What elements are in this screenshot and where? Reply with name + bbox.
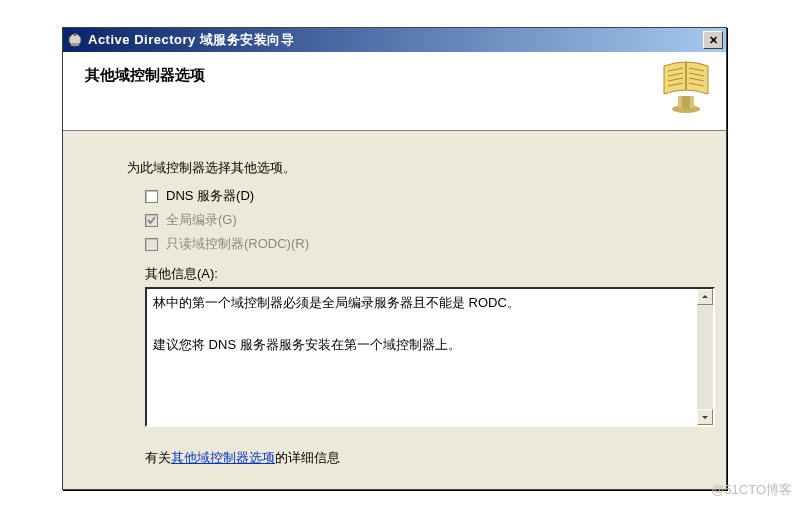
option-gc: 全局编录(G) [145, 211, 690, 229]
chevron-up-icon [701, 293, 709, 301]
option-rodc-label: 只读域控制器(RODC)(R) [166, 235, 309, 253]
checkbox-gc [145, 214, 158, 227]
svg-rect-2 [71, 43, 79, 46]
chevron-down-icon [701, 413, 709, 421]
svg-rect-5 [682, 96, 690, 108]
scrollbar-vertical[interactable] [697, 289, 713, 425]
option-rodc: 只读域控制器(RODC)(R) [145, 235, 690, 253]
wizard-dialog: Active Directory 域服务安装向导 ✕ 其他域控制器选项 [62, 27, 727, 490]
footer-prefix: 有关 [145, 450, 171, 465]
wizard-body: 为此域控制器选择其他选项。 DNS 服务器(D) 全局编录(G) 只读域控制器(… [63, 131, 726, 489]
footer-help-line: 有关其他域控制器选项的详细信息 [145, 449, 690, 479]
scroll-down-button[interactable] [697, 409, 713, 425]
checkbox-dns[interactable] [145, 190, 158, 203]
watermark: @51CTO博客 [711, 481, 792, 499]
option-gc-label: 全局编录(G) [166, 211, 237, 229]
wizard-header: 其他域控制器选项 [63, 52, 726, 131]
close-button[interactable]: ✕ [703, 31, 723, 49]
scroll-track[interactable] [697, 305, 713, 409]
other-info-box: 林中的第一个域控制器必须是全局编录服务器且不能是 RODC。 建议您将 DNS … [145, 287, 715, 427]
page-title: 其他域控制器选项 [85, 66, 205, 85]
footer-help-link[interactable]: 其他域控制器选项 [171, 450, 275, 465]
window-title: Active Directory 域服务安装向导 [88, 31, 703, 49]
scroll-up-button[interactable] [697, 289, 713, 305]
title-bar[interactable]: Active Directory 域服务安装向导 ✕ [63, 28, 726, 52]
book-icon [660, 60, 712, 115]
svg-rect-1 [74, 33, 76, 36]
instruction-text: 为此域控制器选择其他选项。 [127, 159, 690, 177]
footer-suffix: 的详细信息 [275, 450, 340, 465]
close-icon: ✕ [709, 34, 718, 47]
option-dns-label: DNS 服务器(D) [166, 187, 254, 205]
checkbox-rodc [145, 238, 158, 251]
other-info-label: 其他信息(A): [145, 265, 690, 283]
check-icon [146, 215, 157, 226]
app-icon [67, 32, 83, 48]
option-dns[interactable]: DNS 服务器(D) [145, 187, 690, 205]
other-info-text[interactable]: 林中的第一个域控制器必须是全局编录服务器且不能是 RODC。 建议您将 DNS … [147, 289, 697, 425]
